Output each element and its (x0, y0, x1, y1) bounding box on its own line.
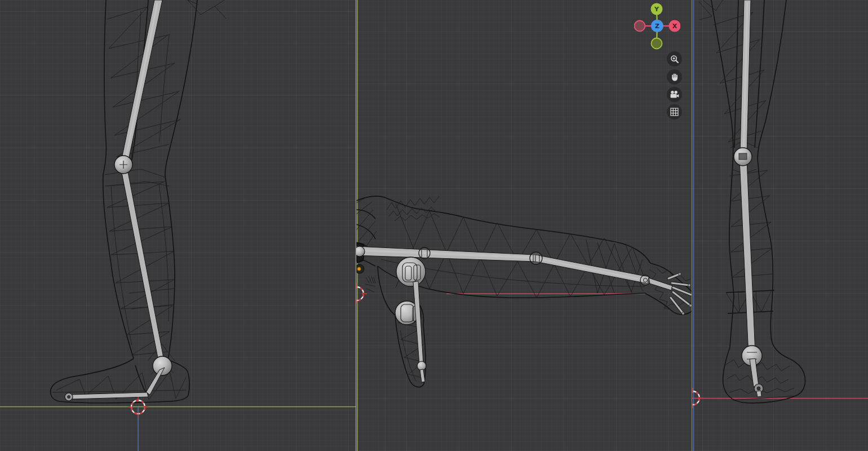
gizmo-y-positive-ball[interactable]: Y (651, 3, 663, 15)
gizmo-y-label: Y (654, 6, 659, 13)
gizmo-x-negative-ball[interactable] (635, 21, 645, 32)
gizmo-x-positive-ball[interactable]: X (669, 20, 681, 32)
zoom-in-icon (670, 55, 679, 64)
viewport-center[interactable] (356, 0, 692, 451)
blender-3d-viewport: Y Z X (0, 0, 868, 451)
viewport-left[interactable] (0, 0, 356, 451)
gizmo-z-label: Z (655, 23, 659, 30)
zoom-button[interactable] (667, 51, 682, 67)
viewport-right[interactable] (692, 0, 868, 451)
gizmo-z-positive-ball[interactable]: Z (651, 20, 663, 32)
pan-button[interactable] (667, 69, 682, 85)
gizmo-y-negative-ball[interactable] (652, 38, 662, 49)
grid-ortho-icon (670, 108, 679, 116)
camera-view-icon (670, 90, 679, 99)
camera-view-button[interactable] (667, 87, 682, 102)
navigation-gizmo[interactable]: Y Z X (634, 0, 680, 52)
gizmo-x-label: X (672, 23, 677, 30)
grid-ortho-button[interactable] (667, 104, 682, 120)
hand-pan-icon (670, 73, 679, 82)
